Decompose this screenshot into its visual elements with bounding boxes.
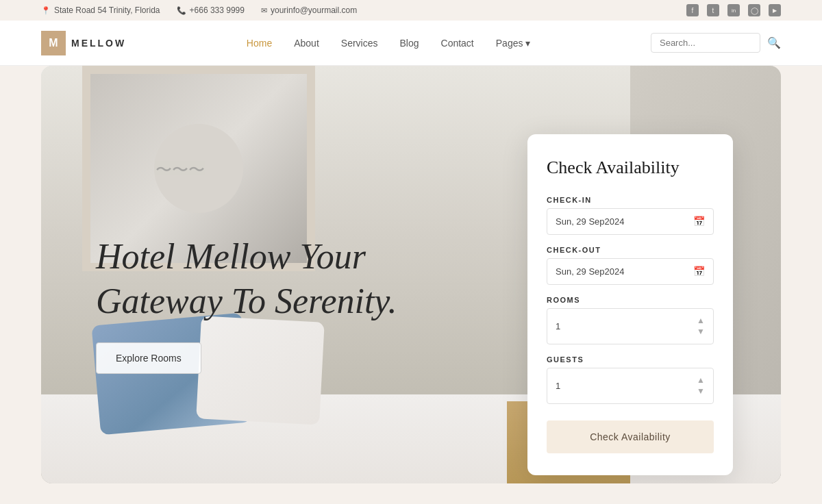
explore-rooms-button[interactable]: Explore Rooms: [96, 342, 201, 374]
navbar: M MELLOW Home About Services Blog Contac…: [0, 21, 822, 66]
hero-text: Hotel Mellow Your Gateway To Serenity. E…: [96, 234, 397, 374]
hero-title: Hotel Mellow Your Gateway To Serenity.: [96, 234, 397, 323]
checkin-value: Sun, 29 Sep2024: [556, 216, 624, 227]
nav-right: 🔍: [651, 33, 781, 53]
twitter-icon[interactable]: [707, 4, 719, 16]
hero-section: 〜〜〜 Hotel Mellow Your Gateway To Serenit…: [41, 66, 781, 483]
guests-input[interactable]: 1 ▲▼: [547, 368, 714, 404]
address-text: State Road 54 Trinity, Florida: [54, 5, 160, 15]
linkedin-icon[interactable]: [727, 4, 740, 16]
location-icon: [41, 6, 51, 15]
rooms-label: ROOMS: [547, 296, 714, 304]
checkin-input[interactable]: Sun, 29 Sep2024 📅: [547, 208, 714, 235]
email-text: yourinfo@yourmail.com: [271, 5, 357, 15]
youtube-icon[interactable]: [769, 4, 781, 16]
checkin-calendar-icon: 📅: [693, 216, 705, 227]
checkin-group: CHECK-IN Sun, 29 Sep2024 📅: [547, 196, 714, 235]
logo-icon: M: [41, 31, 66, 55]
address-item: State Road 54 Trinity, Florida: [41, 5, 160, 15]
nav-about[interactable]: About: [294, 38, 319, 49]
nav-blog[interactable]: Blog: [399, 38, 419, 49]
availability-card: Check Availability CHECK-IN Sun, 29 Sep2…: [527, 134, 733, 475]
nav-pages[interactable]: Pages ▾: [496, 38, 531, 49]
checkout-group: CHECK-OUT Sun, 29 Sep2024 📅: [547, 246, 714, 285]
guests-spinner-icon: ▲▼: [697, 375, 705, 396]
hero-title-line2: Gateway To Serenity.: [96, 281, 397, 320]
email-item: yourinfo@yourmail.com: [261, 5, 357, 15]
check-availability-button[interactable]: Check Availability: [547, 420, 714, 453]
rooms-group: ROOMS 1 ▲▼: [547, 296, 714, 344]
topbar: State Road 54 Trinity, Florida +666 333 …: [0, 0, 822, 21]
nav-contact[interactable]: Contact: [441, 38, 474, 49]
nav-links: Home About Services Blog Contact Pages ▾: [247, 38, 531, 49]
mail-icon: [261, 6, 267, 15]
checkout-label: CHECK-OUT: [547, 246, 714, 254]
nav-services[interactable]: Services: [341, 38, 378, 49]
instagram-icon[interactable]: [748, 4, 760, 16]
phone-item: +666 333 9999: [177, 5, 245, 15]
phone-text: +666 333 9999: [190, 5, 245, 15]
logo-text: MELLOW: [71, 38, 126, 49]
checkout-calendar-icon: 📅: [693, 266, 705, 277]
guests-value: 1: [556, 381, 560, 391]
rooms-spinner-icon: ▲▼: [697, 316, 705, 337]
logo[interactable]: M MELLOW: [41, 31, 126, 55]
nav-home[interactable]: Home: [247, 38, 272, 49]
checkin-label: CHECK-IN: [547, 196, 714, 204]
social-links: [686, 4, 781, 16]
art-squiggle: 〜〜〜: [155, 159, 205, 181]
phone-icon: [177, 6, 186, 15]
guests-group: GUESTS 1 ▲▼: [547, 355, 714, 404]
checkout-value: Sun, 29 Sep2024: [556, 266, 624, 277]
guests-label: GUESTS: [547, 355, 714, 364]
search-input[interactable]: [651, 33, 760, 53]
search-button[interactable]: 🔍: [767, 36, 781, 49]
card-title: Check Availability: [547, 156, 714, 179]
facebook-icon[interactable]: [686, 4, 699, 16]
hero-title-line1: Hotel Mellow Your: [96, 237, 366, 276]
topbar-left: State Road 54 Trinity, Florida +666 333 …: [41, 5, 357, 15]
rooms-input[interactable]: 1 ▲▼: [547, 308, 714, 344]
checkout-input[interactable]: Sun, 29 Sep2024 📅: [547, 258, 714, 285]
rooms-value: 1: [556, 321, 560, 331]
